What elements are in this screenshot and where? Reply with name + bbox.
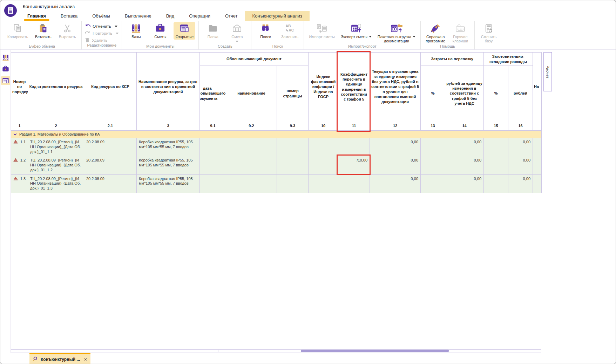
tab-execution[interactable]: Выполнение — [117, 11, 159, 21]
cell-transport-rub[interactable]: 0,00 — [445, 156, 484, 174]
section-chevron-down-icon[interactable] — [13, 132, 17, 136]
export-estimate-button[interactable]: Экспорт сметы — [339, 22, 373, 40]
ribbon-toolbar: Копировать Вставить Вырезать Буфер обмен… — [0, 21, 616, 50]
hotkeys-button[interactable]: Горячиеклавиши — [449, 22, 471, 44]
cell-doc-date[interactable] — [200, 174, 226, 193]
document-tab-analysis[interactable]: Конъюнктурный ... × — [29, 353, 90, 364]
undo-dropdown-icon[interactable] — [115, 26, 117, 29]
group-label-clipboard: Буфер обмена — [6, 44, 78, 49]
cut-button[interactable]: Вырезать — [56, 22, 78, 40]
rail-estimates-button[interactable] — [1, 64, 10, 74]
section-row[interactable]: Раздел 1. Материалы и Оборудование по КА — [11, 131, 542, 138]
tab-insert[interactable]: Вставка — [53, 11, 85, 21]
warning-icon — [13, 177, 18, 182]
cell-resource-code[interactable]: ТЦ_20.2.08.09_{Регион}_{ИНН Организации}… — [28, 138, 84, 156]
estimates-label: Сметы — [154, 35, 166, 39]
cell-storage-pct[interactable] — [484, 156, 508, 174]
cell-inflation[interactable] — [309, 138, 338, 156]
cell-doc-name[interactable] — [226, 156, 277, 174]
section-title: Раздел 1. Материалы и Оборудование по КА — [19, 132, 100, 136]
find-button[interactable]: Поиск — [255, 22, 276, 40]
batch-export-button[interactable]: Пакетная выгрузкадокументации — [376, 22, 417, 44]
cell-coef[interactable] — [338, 174, 370, 193]
tab-operations[interactable]: Операции — [182, 11, 218, 21]
open-documents-button[interactable]: Открытые — [174, 22, 195, 40]
cell-price[interactable]: 0,00 — [370, 156, 421, 174]
group-label-editing: Редактирование — [85, 43, 119, 48]
keyboard-icon — [455, 23, 466, 34]
cell-doc-date[interactable] — [200, 156, 226, 174]
copy-button[interactable]: Копировать — [6, 22, 30, 40]
export-icon — [351, 23, 362, 34]
calculation-side-tab[interactable]: Расчет — [543, 52, 552, 91]
cell-doc-page[interactable] — [277, 174, 309, 193]
paste-button[interactable]: Вставить — [32, 22, 54, 40]
col-header-resource-code: Код строительного ресурса — [28, 53, 84, 121]
table-row: 1.2 ТЦ_20.2.08.09_{Регион}_{ИНН Организа… — [11, 156, 542, 174]
cell-transport-rub[interactable]: 0,00 — [445, 138, 484, 156]
import-estimate-button[interactable]: Импорт сметы — [307, 22, 336, 40]
cell-resource-code[interactable]: ТЦ_20.2.08.09_{Регион}_{ИНН Организации}… — [28, 174, 84, 193]
new-estimate-dropdown-icon[interactable] — [236, 41, 238, 44]
cell-resource-code[interactable]: ТЦ_20.2.08.09_{Регион}_{ИНН Организации}… — [28, 156, 84, 174]
redo-button[interactable]: Повторить — [85, 30, 119, 36]
new-folder-label: Папка — [208, 35, 218, 39]
cell-transport-pct[interactable] — [421, 138, 445, 156]
cell-doc-name[interactable] — [226, 174, 277, 193]
delete-button[interactable]: Удалить — [85, 37, 119, 43]
estimates-button[interactable]: Сметы — [149, 22, 171, 40]
left-rail — [0, 50, 11, 353]
bases-button[interactable]: Базы — [125, 22, 147, 40]
col-header-transport-pct: % — [421, 66, 445, 121]
cell-doc-page[interactable] — [277, 138, 309, 156]
cell-transport-rub[interactable]: 0,00 — [445, 174, 484, 193]
redo-icon — [85, 30, 90, 36]
cell-price[interactable]: 0,00 — [370, 138, 421, 156]
batch-dropdown-icon[interactable] — [413, 36, 415, 39]
cell-inflation[interactable] — [309, 156, 338, 174]
cell-coef[interactable]: /10,00 — [338, 156, 370, 174]
tab-report[interactable]: Отчет — [218, 11, 245, 21]
rail-bases-button[interactable] — [1, 53, 10, 62]
tab-home[interactable]: Главная — [20, 11, 53, 21]
cell-storage-rub[interactable]: 0,00 — [508, 174, 533, 193]
undo-button[interactable]: Отменить — [85, 23, 119, 29]
cell-resource-name[interactable]: Коробка квадратная IP55, 105 мм*105 мм*5… — [137, 156, 200, 174]
undo-label: Отменить — [93, 24, 111, 28]
rail-open-documents-button[interactable] — [1, 76, 10, 85]
replace-button[interactable]: AB↳AC Заменить — [279, 22, 300, 40]
cell-resource-name[interactable]: Коробка квадратная IP55, 105 мм*105 мм*5… — [137, 138, 200, 156]
cell-storage-rub[interactable]: 0,00 — [508, 138, 533, 156]
cell-inflation[interactable] — [309, 174, 338, 193]
new-folder-button[interactable]: Папка — [202, 22, 224, 40]
redo-dropdown-icon[interactable] — [116, 33, 119, 36]
switch-db-button[interactable]: Сменитьбазу — [478, 22, 500, 44]
tab-volumes[interactable]: Объёмы — [85, 11, 117, 21]
document-tab-bar: Конъюнктурный ... × — [0, 353, 616, 364]
cell-ksr-code[interactable]: 20.2.08.09 — [84, 156, 137, 174]
export-dropdown-icon[interactable] — [369, 36, 372, 39]
cell-transport-pct[interactable] — [421, 156, 445, 174]
cell-ksr-code[interactable]: 20.2.08.09 — [84, 174, 137, 193]
about-button[interactable]: Справка опрограмме — [424, 22, 447, 44]
horizontal-scrollbar[interactable] — [11, 349, 541, 352]
cell-ksr-code[interactable]: 20.2.08.09 — [84, 138, 137, 156]
cell-price[interactable]: 0,00 — [370, 174, 421, 193]
close-icon[interactable]: × — [84, 357, 87, 362]
tab-view[interactable]: Вид — [159, 11, 182, 21]
cell-transport-pct[interactable] — [421, 174, 445, 193]
cell-coef[interactable] — [338, 138, 370, 156]
scrollbar-pane-split — [218, 350, 218, 352]
cell-resource-name[interactable]: Коробка квадратная IP55, 105 мм*105 мм*5… — [137, 174, 200, 193]
cell-doc-page[interactable] — [277, 156, 309, 174]
folder-icon — [208, 23, 218, 34]
import-estimate-label: Импорт сметы — [309, 35, 334, 39]
cell-storage-pct[interactable] — [484, 138, 508, 156]
cell-storage-pct[interactable] — [484, 174, 508, 193]
cell-doc-date[interactable] — [200, 138, 226, 156]
cell-storage-rub[interactable]: 0,00 — [508, 156, 533, 174]
horizontal-scrollbar-thumb[interactable] — [301, 350, 449, 352]
tab-analysis[interactable]: Конъюнктурный анализ — [245, 11, 310, 21]
new-estimate-button[interactable]: Смета — [226, 22, 248, 44]
cell-doc-name[interactable] — [226, 138, 277, 156]
